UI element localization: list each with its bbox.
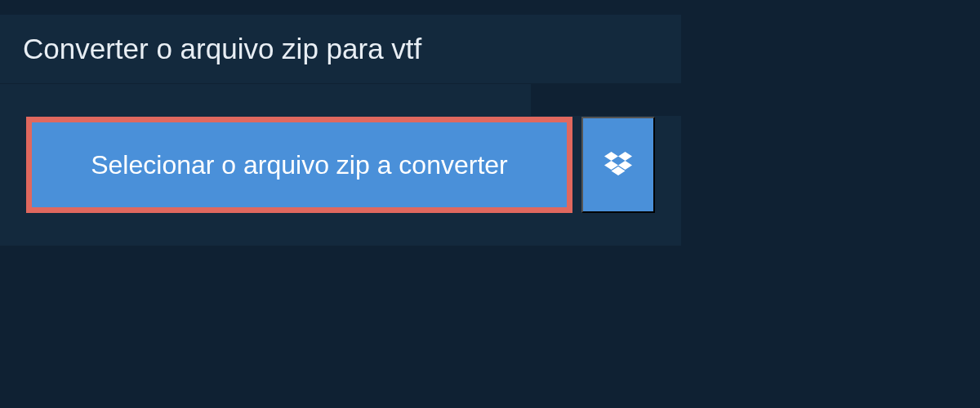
converter-panel: Converter o arquivo zip para vtf Selecio… xyxy=(0,15,681,246)
page-title: Converter o arquivo zip para vtf xyxy=(23,33,508,65)
select-file-label: Selecionar o arquivo zip a converter xyxy=(91,150,508,180)
dropbox-button[interactable] xyxy=(581,117,655,213)
content-area: Selecionar o arquivo zip a converter xyxy=(0,83,681,246)
panel-header: Converter o arquivo zip para vtf xyxy=(0,15,531,83)
header-wrapper: Converter o arquivo zip para vtf xyxy=(0,15,681,83)
select-file-button[interactable]: Selecionar o arquivo zip a converter xyxy=(26,117,572,213)
dropbox-icon xyxy=(604,152,632,179)
